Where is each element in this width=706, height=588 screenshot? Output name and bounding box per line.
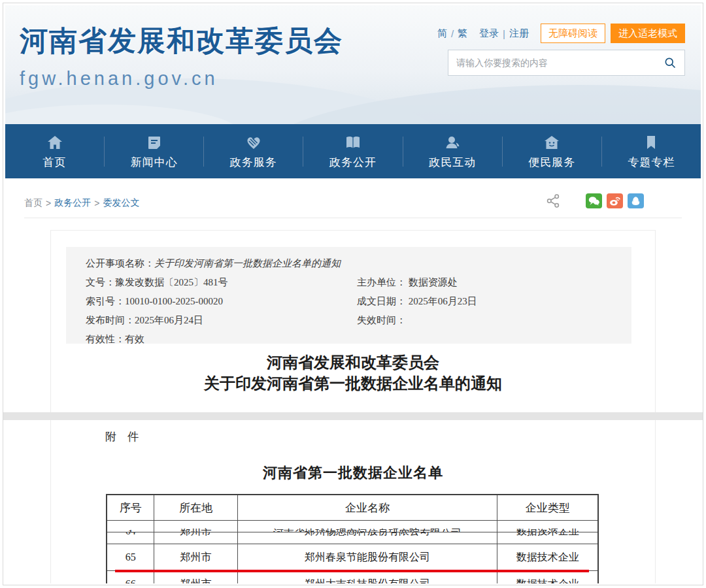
account-separator: |: [503, 28, 505, 39]
nav-item-interaction[interactable]: 政民互动: [403, 133, 502, 170]
enterprise-table: 序号 所在地 企业名称 企业类型 1 郑州市 河南省地球物理空间信息研究院有限公…: [106, 494, 599, 583]
breadcrumb-divider: [24, 218, 682, 218]
nav-item-convenience[interactable]: 便民服务: [503, 133, 601, 170]
cell-type: 数据技术企业: [497, 571, 597, 583]
site-identity: 河南省发展和改革委员会 fgw.henan.gov.cn: [20, 22, 343, 90]
nav-label: 首页: [5, 155, 104, 170]
nav-label: 便民服务: [503, 155, 601, 170]
news-icon: [146, 134, 163, 151]
info-label: 文号：: [86, 274, 115, 290]
accessibility-button[interactable]: 无障碍阅读: [541, 24, 605, 43]
column-header-name: 企业名称: [237, 495, 497, 520]
table-row: 66 郑州市 郑州大吉科技股份有限公司 数据技术企业: [107, 571, 597, 583]
home-icon: [46, 134, 63, 151]
nav-label: 专题专栏: [602, 155, 701, 170]
info-value: 有效: [125, 331, 144, 347]
site-url: fgw.henan.gov.cn: [20, 68, 343, 90]
table-row-highlighted: 65 郑州市 郑州春泉节能股份有限公司 数据技术企业: [107, 544, 597, 570]
article-panel-top: 公开事项名称： 关于印发河南省第一批数据企业名单的通知 文号： 豫发改数据〔20…: [50, 230, 656, 413]
table-row-clipped: 66 郑州市 郑州大吉科技股份有限公司 数据技术企业: [107, 570, 597, 583]
register-link[interactable]: 注册: [509, 27, 529, 40]
cell-name: 郑州大吉科技股份有限公司: [237, 571, 497, 583]
nav-item-services[interactable]: 政务服务: [204, 133, 303, 170]
cell-city: 郑州市: [154, 544, 237, 570]
table-row-clipped: 64 郑州市 郑州畅想高科股份有限公司 数据技术企业: [107, 532, 597, 544]
info-value: 2025年06月24日: [135, 312, 203, 328]
info-label: 失效时间：: [357, 315, 406, 325]
cell-name: 郑州春泉节能股份有限公司: [237, 544, 497, 570]
search-box: [448, 50, 685, 76]
lang-simplified-link[interactable]: 简: [437, 27, 447, 40]
info-row: 索引号： 10010-0100-2025-00020 成文日期： 2025年06…: [86, 293, 631, 309]
table-row: 64 郑州市 郑州畅想高科股份有限公司 数据技术企业: [107, 532, 597, 544]
cell-name: 郑州畅想高科股份有限公司: [237, 532, 497, 544]
info-label: 公开事项名称：: [86, 255, 154, 271]
column-header-city: 所在地: [154, 495, 237, 520]
nav-item-news[interactable]: 新闻中心: [105, 133, 203, 170]
column-header-no: 序号: [107, 495, 154, 520]
nav-label: 政务公开: [303, 155, 402, 170]
document-title: 河南省发展和改革委员会 关于印发河南省第一批数据企业名单的通知: [51, 352, 655, 394]
breadcrumb-documents[interactable]: 委发公文: [103, 197, 139, 209]
nav-label: 政务服务: [204, 155, 303, 170]
info-index-number: 索引号： 10010-0100-2025-00020: [86, 293, 357, 309]
breadcrumb-separator: >: [46, 198, 51, 208]
search-icon[interactable]: [664, 56, 677, 69]
breadcrumb-disclosure[interactable]: 政务公开: [54, 197, 91, 209]
info-label: 索引号：: [86, 293, 125, 309]
bookmark-icon: [643, 134, 660, 151]
utility-bar: 简 / 繁 登录 | 注册 无障碍阅读 进入适老模式: [437, 24, 685, 43]
info-row: 发布时间： 2025年06月24日 失效时间：: [86, 312, 631, 328]
nav-item-topics[interactable]: 专题专栏: [602, 133, 701, 170]
info-org: 主办单位： 数据资源处: [357, 274, 458, 290]
cell-city: 郑州市: [154, 532, 237, 544]
info-date: 成文日期： 2025年06月23日: [357, 293, 477, 309]
nav-label: 政民互动: [403, 155, 502, 170]
cell-type: 数据资源企业: [497, 521, 597, 532]
attachment-table-title: 河南省第一批数据企业名单: [51, 463, 655, 483]
convenience-icon: [543, 134, 560, 151]
wechat-share-icon[interactable]: [586, 193, 602, 208]
share-toolbar: [545, 193, 644, 209]
info-expire-date: 失效时间：: [357, 312, 406, 328]
lang-traditional-link[interactable]: 繁: [458, 27, 467, 40]
weibo-share-icon[interactable]: [607, 193, 623, 208]
table-row: 1 郑州市 河南省地球物理空间信息研究院有限公司 数据资源企业: [107, 521, 597, 532]
document-info-box: 公开事项名称： 关于印发河南省第一批数据企业名单的通知 文号： 豫发改数据〔20…: [66, 247, 631, 344]
table-row-clipped: 1 郑州市 河南省地球物理空间信息研究院有限公司 数据资源企业: [107, 520, 597, 532]
service-icon: [245, 134, 262, 151]
breadcrumb-home[interactable]: 首页: [24, 197, 42, 209]
cell-no: 65: [107, 544, 154, 570]
nav-label: 新闻中心: [105, 155, 203, 170]
info-label: 有效性：: [86, 331, 125, 347]
info-label: 主办单位：: [357, 277, 406, 287]
document-title-line2: 关于印发河南省第一批数据企业名单的通知: [51, 373, 655, 394]
login-link[interactable]: 登录: [479, 27, 499, 40]
site-header: 河南省发展和改革委员会 fgw.henan.gov.cn 简 / 繁 登录 | …: [5, 5, 701, 124]
breadcrumb-separator: >: [94, 198, 99, 208]
info-value: 2025年06月23日: [409, 296, 477, 306]
language-switch: 简 / 繁: [437, 27, 467, 40]
search-input[interactable]: [456, 57, 664, 68]
open-book-icon: [345, 134, 361, 151]
cell-no: 64: [107, 532, 154, 544]
info-item-name: 公开事项名称： 关于印发河南省第一批数据企业名单的通知: [86, 255, 631, 271]
info-value: 关于印发河南省第一批数据企业名单的通知: [154, 255, 341, 271]
attachment-label: 附 件: [105, 429, 139, 444]
cell-city: 郑州市: [154, 521, 237, 532]
cell-type: 数据技术企业: [497, 532, 597, 544]
cell-no: 1: [107, 521, 154, 532]
info-doc-number: 文号： 豫发改数据〔2025〕481号: [86, 274, 357, 290]
account-links: 登录 | 注册: [479, 27, 529, 40]
lang-separator: /: [451, 28, 454, 39]
elder-mode-button[interactable]: 进入适老模式: [611, 24, 685, 43]
info-label: 发布时间：: [86, 312, 135, 328]
share-icon[interactable]: [545, 193, 562, 209]
nav-item-disclosure[interactable]: 政务公开: [303, 133, 402, 170]
qq-share-icon[interactable]: [628, 193, 644, 208]
info-value: 豫发改数据〔2025〕481号: [115, 274, 228, 290]
panel-gap: [3, 412, 703, 420]
table-header-row: 序号 所在地 企业名称 企业类型: [107, 495, 597, 520]
red-highlight-underline: [115, 570, 589, 572]
nav-item-home[interactable]: 首页: [5, 133, 104, 170]
